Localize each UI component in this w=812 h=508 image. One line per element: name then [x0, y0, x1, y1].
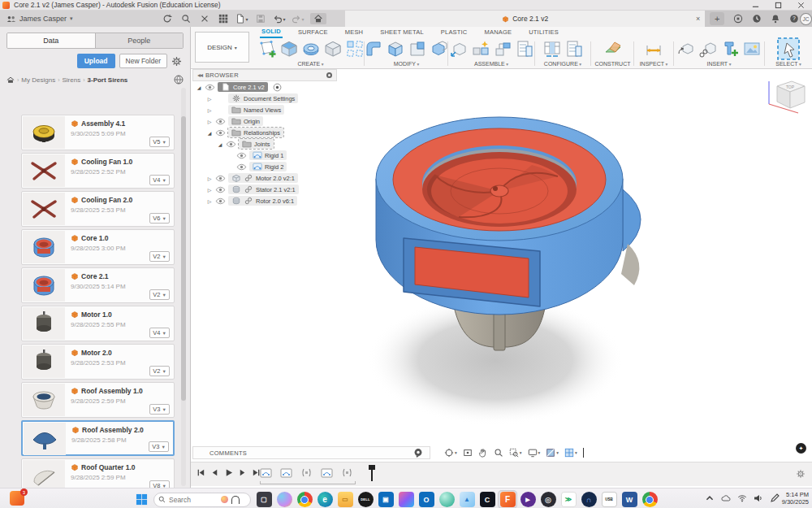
document-tab[interactable]: Core 2.1 v2 × — [345, 11, 705, 27]
taskbar-app-store-icon[interactable]: ▣ — [376, 490, 395, 508]
timeline-skip-start-button[interactable] — [197, 468, 205, 479]
file-card[interactable]: Cooling Fan 2.09/28/2025 2:53 PMV6▼ — [21, 191, 175, 227]
tab-close-icon[interactable]: × — [696, 15, 700, 23]
sync-icon[interactable] — [161, 13, 174, 24]
expand-arrow-icon[interactable]: ◢ — [206, 130, 213, 136]
pattern-tool-icon[interactable] — [345, 39, 365, 59]
visibility-eye-icon[interactable] — [215, 118, 226, 125]
ribbon-group-label[interactable]: CREATE — [260, 61, 361, 67]
save-icon[interactable] — [254, 13, 267, 24]
visibility-eye-icon[interactable] — [236, 163, 247, 171]
chevron-up-icon[interactable] — [705, 493, 715, 505]
onedrive-icon[interactable] — [721, 493, 731, 505]
timeline-feature-motion-icon[interactable] — [341, 467, 353, 479]
ribbon-tab-solid[interactable]: SOLID — [260, 27, 283, 38]
insert-cad-tool-icon[interactable] — [698, 39, 718, 59]
maximize-button[interactable] — [767, 0, 789, 11]
workspace-selector[interactable]: DESIGN▾ — [195, 32, 249, 63]
home-icon[interactable] — [310, 13, 326, 24]
version-dropdown[interactable]: V2▼ — [149, 289, 170, 300]
expand-arrow-icon[interactable]: ▷ — [206, 187, 213, 193]
taskbar-app-usb-icon[interactable]: USB — [599, 490, 619, 508]
timeline-feature-motion-icon[interactable] — [300, 467, 313, 479]
zoom-icon[interactable] — [494, 448, 503, 458]
file-card[interactable]: Core 1.09/28/2025 3:00 PMV2▼ — [21, 229, 175, 265]
file-card[interactable]: Roof Quarter 1.09/28/2025 2:59 PMV8▼ — [21, 458, 175, 488]
undo-icon[interactable] — [273, 13, 286, 24]
look-at-icon[interactable] — [463, 448, 473, 458]
browser-node[interactable]: ▷Named Views — [192, 104, 337, 115]
fusion-notification-icon[interactable]: 3 — [10, 491, 24, 506]
taskbar-app-dell-icon[interactable]: DELL — [356, 490, 375, 508]
ribbon-group-label[interactable]: MODIFY — [368, 61, 445, 67]
timeline-feature-joint-icon[interactable] — [321, 467, 333, 479]
job-status-icon[interactable] — [751, 13, 762, 24]
version-dropdown[interactable]: V8▼ — [149, 480, 170, 488]
orbit-icon[interactable] — [444, 448, 457, 458]
corner-tool-icon[interactable] — [408, 39, 427, 59]
file-card[interactable]: Cooling Fan 1.09/28/2025 2:52 PMV4▼ — [21, 153, 175, 189]
timeline-play-button[interactable] — [224, 468, 233, 479]
taskbar-app-clipchamp-icon[interactable]: ▶ — [518, 490, 538, 508]
version-dropdown[interactable]: V4▼ — [149, 175, 170, 185]
revolve-tool-icon[interactable] — [301, 39, 321, 59]
layout-grid-icon[interactable] — [564, 448, 577, 458]
file-card[interactable]: Assembly 4.19/30/2025 5:09 PMV5▼ — [21, 115, 175, 150]
help-icon[interactable]: ? — [788, 13, 800, 24]
breadcrumb-item[interactable]: Sirens — [62, 76, 80, 84]
zoom-window-icon[interactable] — [509, 448, 522, 458]
display-settings-icon[interactable] — [528, 448, 541, 458]
ribbon-tab-utilities[interactable]: UTILITIES — [527, 28, 560, 37]
volume-icon[interactable] — [754, 493, 763, 505]
browser-node[interactable]: Rigid 2 — [192, 161, 337, 172]
display-mode-icon[interactable] — [326, 72, 332, 78]
ribbon-tab-plastic[interactable]: PLASTIC — [439, 28, 469, 37]
taskbar-app-capcut-icon[interactable]: C — [477, 490, 497, 508]
version-dropdown[interactable]: V5▼ — [149, 137, 170, 147]
ribbon-group-label[interactable]: INSPECT — [637, 61, 671, 67]
timeline-position-marker[interactable] — [371, 465, 373, 481]
timeline-next-button[interactable] — [238, 468, 247, 479]
taskbar-app-obs-icon[interactable]: ◎ — [538, 490, 558, 508]
file-card[interactable]: Roof Assembly 2.09/28/2025 2:58 PMV3▼ — [21, 420, 175, 456]
file-card[interactable]: Roof Assembly 1.09/28/2025 2:59 PMV3▼ — [21, 382, 175, 418]
file-card[interactable]: Core 2.19/30/2025 5:14 PMV2▼ — [21, 267, 175, 303]
expand-arrow-icon[interactable]: ▷ — [206, 107, 213, 113]
taskbar-app-word-icon[interactable]: W — [620, 490, 639, 508]
ribbon-group-label[interactable]: INSERT — [676, 61, 762, 67]
taskbar-app-chrome-icon[interactable] — [295, 490, 314, 508]
comments-bar[interactable]: COMMENTS — [192, 446, 430, 459]
browser-node[interactable]: ▷Document Settings — [192, 93, 337, 104]
select-tool-icon[interactable] — [776, 37, 801, 61]
home-icon[interactable] — [6, 76, 15, 84]
taskbar-app-chrome-icon[interactable] — [640, 490, 659, 508]
expand-arrow-icon[interactable]: ▷ — [206, 96, 213, 102]
browser-node[interactable]: ▷Motor 2.0 v2:1 — [192, 172, 337, 184]
visibility-eye-icon[interactable] — [215, 186, 226, 193]
collapse-panel-icon[interactable]: ◂◂ — [197, 72, 202, 79]
version-dropdown[interactable]: V3▼ — [149, 404, 170, 415]
visibility-eye-icon[interactable] — [215, 106, 226, 114]
timeline-feature-joint-icon[interactable] — [260, 467, 272, 479]
activate-radio-icon[interactable] — [273, 83, 282, 92]
expand-arrow-icon[interactable]: ◢ — [196, 85, 202, 90]
assistant-bubble-icon[interactable]: ✦ — [796, 443, 806, 454]
breadcrumb-item[interactable]: 3-Port Sirens — [88, 76, 128, 84]
data-panel-tab-people[interactable]: People — [96, 33, 184, 48]
expand-arrow-icon[interactable]: ▷ — [206, 176, 213, 181]
new-folder-button[interactable]: New Folder — [119, 54, 167, 68]
search-input[interactable] — [169, 496, 218, 504]
redo-icon[interactable] — [292, 13, 304, 24]
canvas-tool-icon[interactable] — [742, 39, 762, 59]
visibility-eye-icon[interactable] — [226, 141, 236, 148]
taskbar-app-taskview-icon[interactable]: ▢ — [254, 490, 274, 508]
grid-view-icon[interactable] — [217, 13, 230, 24]
avatar[interactable]: JC — [800, 13, 812, 25]
shell-tool-icon[interactable] — [386, 39, 405, 59]
file-card[interactable]: Motor 2.09/28/2025 2:53 PMV2▼ — [21, 344, 175, 380]
tolerance-tool-icon[interactable] — [493, 39, 512, 59]
search-icon[interactable] — [179, 13, 192, 24]
browser-node[interactable]: ◢Joints — [192, 138, 337, 150]
version-dropdown[interactable]: V2▼ — [149, 366, 170, 376]
close-doc-icon[interactable] — [198, 13, 211, 24]
